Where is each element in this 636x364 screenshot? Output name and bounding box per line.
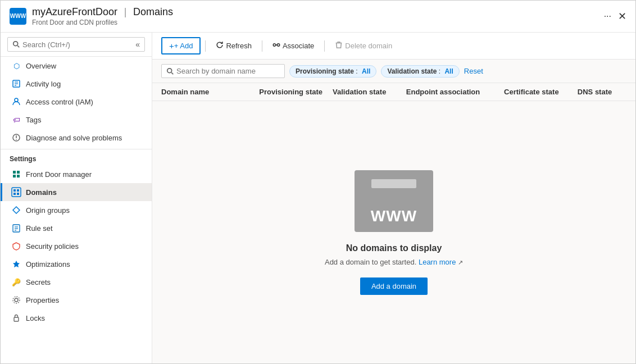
sidebar-item-front-door-manager[interactable]: Front Door manager <box>1 165 152 183</box>
sidebar-nav: ⬡ Overview Activity log Access control (… <box>1 57 152 327</box>
search-input[interactable] <box>22 40 132 49</box>
sidebar-label-access-control: Access control (IAM) <box>26 98 93 106</box>
domain-search-box[interactable] <box>161 64 285 78</box>
sidebar-item-tags[interactable]: 🏷 Tags <box>1 111 152 129</box>
refresh-button[interactable]: Refresh <box>210 38 257 53</box>
sidebar-item-properties[interactable]: Properties <box>1 291 152 309</box>
add-domain-button[interactable]: Add a domain <box>360 277 428 295</box>
security-policies-icon <box>11 241 21 251</box>
delete-icon <box>335 41 343 51</box>
svg-rect-10 <box>13 171 16 174</box>
toolbar-divider-3 <box>324 40 325 52</box>
page-title: myAzureFrontDoor | Domains <box>32 6 597 18</box>
front-door-manager-icon <box>11 169 21 179</box>
app-icon: WWW <box>10 8 26 25</box>
sidebar-item-origin-groups[interactable]: Origin groups <box>1 201 152 219</box>
svg-marker-24 <box>13 261 20 267</box>
www-illustration: WWW <box>355 170 433 232</box>
sidebar-item-domains[interactable]: Domains <box>1 183 152 201</box>
sidebar-item-security-policies[interactable]: Security policies <box>1 237 152 255</box>
svg-point-26 <box>13 297 20 303</box>
svg-rect-11 <box>17 171 20 174</box>
validation-state-filter[interactable]: Validation state : All <box>381 65 459 78</box>
sidebar-item-rule-set[interactable]: Rule set <box>1 219 152 237</box>
col-certificate-state: Certificate state <box>504 88 578 96</box>
col-provisioning-state: Provisioning state <box>259 88 333 96</box>
sidebar-label-rule-set: Rule set <box>26 224 53 233</box>
refresh-icon <box>216 41 224 51</box>
reset-filters-link[interactable]: Reset <box>464 67 483 75</box>
toolbar-divider-2 <box>262 40 262 52</box>
content-area: + + Add Refresh Associate <box>152 33 635 363</box>
close-button[interactable]: ✕ <box>618 10 626 22</box>
rule-set-icon <box>11 223 21 233</box>
sidebar-item-overview[interactable]: ⬡ Overview <box>1 57 152 75</box>
origin-groups-icon <box>11 205 21 215</box>
table-header: Domain name Provisioning state Validatio… <box>152 83 635 101</box>
learn-more-link[interactable]: Learn more <box>419 258 456 266</box>
more-options-icon[interactable]: ··· <box>604 11 611 21</box>
sidebar-label-activity-log: Activity log <box>26 80 61 88</box>
sidebar-label-overview: Overview <box>26 62 56 70</box>
secrets-icon: 🔑 <box>11 277 21 287</box>
app-icon-label: WWW <box>10 13 26 19</box>
title-pipe: | <box>124 6 127 17</box>
svg-rect-12 <box>13 175 16 178</box>
resource-name: myAzureFrontDoor <box>32 6 117 17</box>
sidebar-item-locks[interactable]: Locks <box>1 309 152 327</box>
sidebar-item-access-control[interactable]: Access control (IAM) <box>1 93 152 111</box>
diagnose-icon <box>11 133 21 143</box>
sidebar-section-settings: Settings <box>1 149 152 165</box>
refresh-label: Refresh <box>226 42 252 50</box>
page-section: Domains <box>133 6 173 17</box>
access-control-icon <box>11 97 21 107</box>
domain-search-input[interactable] <box>176 67 280 75</box>
provisioning-filter-val: All <box>362 67 370 75</box>
delete-label: Delete domain <box>345 42 392 50</box>
domains-icon <box>11 187 21 197</box>
sidebar-label-domains: Domains <box>26 188 57 197</box>
validation-filter-key: Validation state <box>387 67 437 75</box>
svg-point-32 <box>167 68 172 72</box>
empty-subtitle: Add a domain to get started. Learn more … <box>325 258 463 266</box>
title-text-area: myAzureFrontDoor | Domains Front Door an… <box>32 6 597 26</box>
empty-title: No domains to display <box>346 243 442 253</box>
sidebar: « ⬡ Overview Activity log <box>1 33 152 363</box>
add-button[interactable]: + + Add <box>161 37 201 54</box>
delete-domain-button[interactable]: Delete domain <box>329 38 398 53</box>
svg-point-0 <box>13 42 18 46</box>
sidebar-item-diagnose[interactable]: Diagnose and solve problems <box>1 129 152 147</box>
overview-icon: ⬡ <box>11 61 21 71</box>
domain-search-icon <box>166 67 174 75</box>
www-bar <box>371 179 416 188</box>
provisioning-state-filter[interactable]: Provisioning state : All <box>289 65 376 78</box>
www-label: WWW <box>371 207 417 225</box>
search-box[interactable]: « <box>7 37 145 52</box>
svg-point-29 <box>277 44 279 46</box>
svg-point-9 <box>16 139 17 140</box>
sidebar-item-activity-log[interactable]: Activity log <box>1 75 152 93</box>
main-layout: « ⬡ Overview Activity log <box>1 33 635 363</box>
svg-rect-15 <box>13 189 16 192</box>
activity-log-icon <box>11 79 21 89</box>
sidebar-item-secrets[interactable]: 🔑 Secrets <box>1 273 152 291</box>
add-icon: + <box>169 41 174 51</box>
title-bar: WWW myAzureFrontDoor | Domains Front Doo… <box>1 1 635 33</box>
svg-rect-18 <box>17 193 19 195</box>
svg-point-6 <box>15 98 18 102</box>
svg-rect-16 <box>17 189 19 192</box>
collapse-icon[interactable]: « <box>135 40 140 49</box>
sidebar-label-locks: Locks <box>26 314 45 322</box>
col-validation-state: Validation state <box>333 88 406 96</box>
toolbar-divider-1 <box>205 40 206 52</box>
optimizations-icon <box>11 259 21 269</box>
sidebar-label-security-policies: Security policies <box>26 242 79 251</box>
validation-filter-val: All <box>444 67 453 75</box>
associate-button[interactable]: Associate <box>267 38 320 53</box>
associate-label: Associate <box>283 42 314 50</box>
col-domain-name: Domain name <box>161 88 259 96</box>
sidebar-label-front-door-manager: Front Door manager <box>26 170 92 179</box>
sidebar-item-optimizations[interactable]: Optimizations <box>1 255 152 273</box>
locks-icon <box>11 313 21 323</box>
filter-bar: Provisioning state : All Validation stat… <box>152 60 635 83</box>
